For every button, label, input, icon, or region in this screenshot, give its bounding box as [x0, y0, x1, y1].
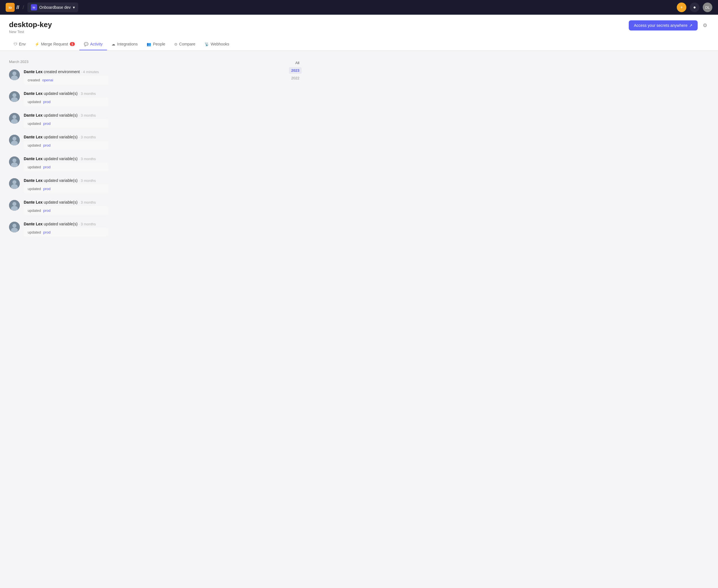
activity-time: · 3 months	[79, 178, 96, 183]
activity-avatar	[9, 200, 20, 211]
user-avatar-img	[9, 113, 20, 124]
activity-detail-tag[interactable]: openai	[42, 78, 53, 82]
settings-button[interactable]: ⚙	[701, 21, 709, 30]
user-avatar-img	[9, 200, 20, 211]
access-secrets-label: Access your secrets anywhere	[634, 23, 688, 28]
activity-detail-prefix: updated	[28, 187, 41, 191]
activity-detail-prefix: updated	[28, 230, 41, 234]
activity-user: Dante Lex	[24, 222, 43, 226]
gear-icon: ⚙	[703, 23, 707, 28]
activity-items: Dante Lex created environment · 4 minute…	[9, 69, 272, 237]
user-avatar-img	[9, 91, 20, 102]
activity-detail-tag[interactable]: prod	[43, 100, 50, 104]
activity-detail-tag[interactable]: prod	[43, 143, 50, 147]
activity-item: Dante Lex updated variable(s) · 3 months…	[9, 178, 272, 193]
activity-detail: created openai	[24, 76, 108, 84]
help-icon: ●	[693, 5, 696, 10]
year-filter-2023[interactable]: 2023	[289, 67, 302, 74]
tab-label-env: Env	[19, 42, 26, 46]
page-subtitle: New Test	[9, 30, 52, 34]
activity-avatar	[9, 135, 20, 145]
tab-integrations[interactable]: ☁ Integrations	[107, 38, 142, 50]
activity-detail-prefix: created	[28, 78, 40, 82]
activity-detail: updated prod	[24, 141, 108, 150]
avatar[interactable]: DL	[703, 3, 712, 12]
activity-detail-tag[interactable]: prod	[43, 165, 50, 169]
activity-avatar	[9, 156, 20, 167]
logo-text: //	[16, 4, 19, 10]
activity-content: Dante Lex updated variable(s) · 3 months…	[24, 200, 272, 215]
tab-label-compare: Compare	[179, 42, 195, 46]
activity-main-text: Dante Lex created environment · 4 minute…	[24, 69, 272, 74]
activity-user: Dante Lex	[24, 91, 43, 96]
activity-user: Dante Lex	[24, 178, 43, 183]
tab-merge-request[interactable]: ⚡ Merge Request1	[30, 38, 79, 50]
add-button[interactable]: +	[677, 3, 687, 12]
external-link-icon: ↗	[689, 23, 693, 28]
activity-time: · 3 months	[79, 135, 96, 139]
activity-detail-tag[interactable]: prod	[43, 187, 50, 191]
tab-icon-webhooks: 📡	[205, 42, 209, 46]
activity-detail-prefix: updated	[28, 122, 41, 126]
tab-people[interactable]: 👥 People	[142, 38, 170, 50]
activity-time: · 3 months	[79, 91, 96, 96]
topnav-right-actions: + ● DL	[677, 3, 712, 12]
page-header-top: desktop-key New Test Access your secrets…	[9, 20, 709, 34]
tab-icon-merge-request: ⚡	[35, 42, 39, 46]
workspace-label: Onboardbase dev	[39, 5, 70, 9]
svg-point-13	[13, 159, 16, 162]
activity-main-text: Dante Lex updated variable(s) · 3 months	[24, 113, 272, 118]
activity-content: Dante Lex updated variable(s) · 3 months…	[24, 222, 272, 237]
activity-detail-prefix: updated	[28, 143, 41, 147]
activity-avatar	[9, 222, 20, 232]
logo-icon: io	[6, 3, 15, 12]
month-header: March 2023	[9, 60, 272, 64]
activity-action: updated variable(s)	[44, 156, 78, 161]
tab-webhooks[interactable]: 📡 Webhooks	[200, 38, 234, 50]
workspace-icon: io	[31, 4, 37, 10]
page-title-group: desktop-key New Test	[9, 20, 52, 34]
nav-separator: /	[23, 4, 24, 10]
activity-detail-tag[interactable]: prod	[43, 230, 50, 234]
main-content: March 2023 Dante Lex created environment…	[0, 50, 311, 252]
year-filter-2022[interactable]: 2022	[289, 75, 302, 81]
activity-user: Dante Lex	[24, 156, 43, 161]
activity-action: updated variable(s)	[44, 178, 78, 183]
activity-action: updated variable(s)	[44, 222, 78, 226]
year-filter-all[interactable]: All	[293, 60, 302, 66]
activity-item: Dante Lex created environment · 4 minute…	[9, 69, 272, 84]
tab-icon-integrations: ☁	[111, 42, 115, 46]
page-title: desktop-key	[9, 20, 52, 29]
tab-compare[interactable]: ⊙ Compare	[170, 38, 200, 50]
tab-badge-merge-request: 1	[70, 42, 75, 46]
activity-time: · 3 months	[79, 200, 96, 205]
page-header: desktop-key New Test Access your secrets…	[0, 15, 718, 50]
logo[interactable]: io //	[6, 3, 19, 12]
activity-item: Dante Lex updated variable(s) · 3 months…	[9, 113, 272, 128]
activity-detail-tag[interactable]: prod	[43, 208, 50, 213]
help-button[interactable]: ●	[690, 3, 699, 12]
activity-detail: updated prod	[24, 163, 108, 171]
workspace-selector[interactable]: io Onboardbase dev ▾	[27, 3, 78, 12]
activity-time: · 3 months	[79, 113, 96, 118]
year-filter-sidebar: All20232022	[279, 60, 302, 244]
tab-icon-people: 👥	[147, 42, 151, 46]
activity-action: updated variable(s)	[44, 200, 78, 205]
access-secrets-button[interactable]: Access your secrets anywhere ↗	[629, 20, 698, 30]
activity-content: Dante Lex created environment · 4 minute…	[24, 69, 272, 84]
user-avatar-img	[9, 178, 20, 189]
top-navigation: io // / io Onboardbase dev ▾ + ● DL	[0, 0, 718, 15]
chevron-down-icon: ▾	[73, 5, 75, 9]
activity-item: Dante Lex updated variable(s) · 3 months…	[9, 156, 272, 171]
activity-detail-tag[interactable]: prod	[43, 122, 50, 126]
tab-bar: 🛡 Env⚡ Merge Request1💬 Activity☁ Integra…	[9, 38, 709, 50]
tab-label-integrations: Integrations	[117, 42, 138, 46]
tab-label-merge-request: Merge Request	[41, 42, 68, 46]
tab-label-webhooks: Webhooks	[211, 42, 229, 46]
svg-point-10	[13, 137, 16, 141]
activity-list: March 2023 Dante Lex created environment…	[9, 60, 272, 244]
activity-main-text: Dante Lex updated variable(s) · 3 months	[24, 135, 272, 139]
tab-env[interactable]: 🛡 Env	[9, 38, 30, 50]
tab-activity[interactable]: 💬 Activity	[79, 38, 107, 50]
svg-point-7	[13, 115, 16, 119]
